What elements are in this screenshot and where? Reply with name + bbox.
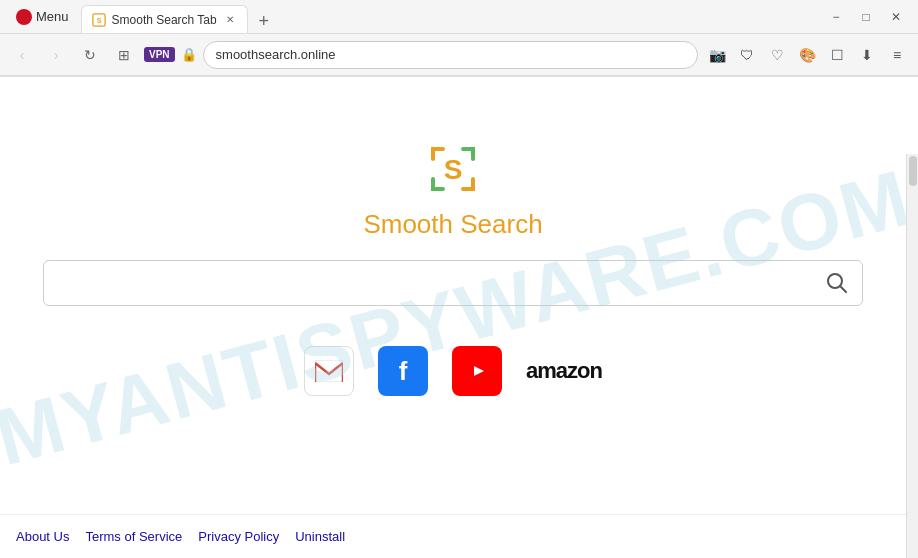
- toolbar-icons: 📷 🛡 ♡ 🎨 ☐ ⬇ ≡: [704, 42, 910, 68]
- url-field[interactable]: [203, 41, 698, 69]
- back-button[interactable]: ‹: [8, 41, 36, 69]
- download-icon[interactable]: ⬇: [854, 42, 880, 68]
- search-input[interactable]: [58, 274, 826, 292]
- close-button[interactable]: ✕: [882, 3, 910, 31]
- shield-icon[interactable]: 🛡: [734, 42, 760, 68]
- uninstall-link[interactable]: Uninstall: [295, 529, 345, 544]
- window-controls: − □ ✕: [822, 3, 910, 31]
- scrollbar-thumb[interactable]: [909, 156, 917, 186]
- opera-icon: [16, 9, 32, 25]
- logo-icon: S: [421, 137, 485, 201]
- svg-text:S: S: [444, 154, 463, 185]
- amazon-shortcut[interactable]: amazon: [526, 346, 602, 396]
- menu-icon[interactable]: ≡: [884, 42, 910, 68]
- active-tab[interactable]: S Smooth Search Tab ✕: [81, 5, 248, 33]
- heart-icon[interactable]: ♡: [764, 42, 790, 68]
- facebook-shortcut[interactable]: f: [378, 346, 428, 396]
- tab-close-button[interactable]: ✕: [223, 13, 237, 27]
- footer: About Us Terms of Service Privacy Policy…: [0, 514, 906, 558]
- facebook-label: f: [399, 356, 408, 387]
- grid-button[interactable]: ⊞: [110, 41, 138, 69]
- menu-label: Menu: [36, 9, 69, 24]
- logo-text: Smooth Search: [363, 209, 542, 240]
- shortcuts-bar: f amazon: [304, 346, 602, 396]
- youtube-icon: [462, 360, 492, 382]
- maximize-button[interactable]: □: [852, 3, 880, 31]
- forward-button[interactable]: ›: [42, 41, 70, 69]
- scrollbar[interactable]: [906, 154, 918, 558]
- amazon-label: amazon: [526, 358, 602, 384]
- tabs-area: S Smooth Search Tab ✕ +: [77, 0, 822, 33]
- svg-rect-5: [315, 360, 343, 382]
- page-content: MYANTISPYWARE.COM S Smooth Search: [0, 77, 906, 558]
- logo-area: S Smooth Search: [363, 137, 542, 240]
- youtube-shortcut[interactable]: [452, 346, 502, 396]
- svg-text:S: S: [96, 16, 101, 23]
- svg-line-4: [840, 286, 846, 292]
- terms-link[interactable]: Terms of Service: [85, 529, 182, 544]
- menu-button[interactable]: Menu: [8, 5, 77, 29]
- gmail-shortcut[interactable]: [304, 346, 354, 396]
- vpn-badge[interactable]: VPN: [144, 47, 175, 62]
- lock-icon: 🔒: [181, 47, 197, 62]
- search-bar: [43, 260, 863, 306]
- title-bar: Menu S Smooth Search Tab ✕ + − □ ✕: [0, 0, 918, 34]
- camera-icon[interactable]: 📷: [704, 42, 730, 68]
- search-icon: [826, 272, 848, 294]
- content-area: MYANTISPYWARE.COM S Smooth Search: [0, 77, 918, 558]
- wallet-icon[interactable]: ☐: [824, 42, 850, 68]
- theme-icon[interactable]: 🎨: [794, 42, 820, 68]
- about-us-link[interactable]: About Us: [16, 529, 69, 544]
- browser-chrome: Menu S Smooth Search Tab ✕ + − □ ✕: [0, 0, 918, 77]
- gmail-icon: [315, 360, 343, 382]
- new-tab-button[interactable]: +: [252, 9, 276, 33]
- tab-favicon: S: [92, 13, 106, 27]
- privacy-link[interactable]: Privacy Policy: [198, 529, 279, 544]
- reload-button[interactable]: ↻: [76, 41, 104, 69]
- tab-title: Smooth Search Tab: [112, 13, 217, 27]
- address-bar: ‹ › ↻ ⊞ VPN 🔒 📷 🛡 ♡ 🎨 ☐ ⬇ ≡: [0, 34, 918, 76]
- search-button[interactable]: [826, 272, 848, 294]
- minimize-button[interactable]: −: [822, 3, 850, 31]
- browser-window: Menu S Smooth Search Tab ✕ + − □ ✕: [0, 0, 918, 558]
